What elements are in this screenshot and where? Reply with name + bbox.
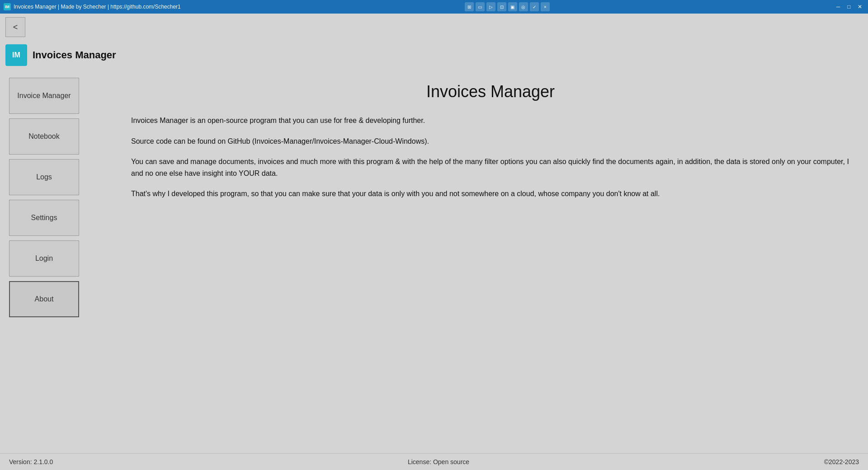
footer-license: License: Open source — [408, 458, 469, 465]
brand-area: IM Invoices Manager — [0, 41, 868, 73]
toolbar-icon-3[interactable]: ▷ — [486, 2, 495, 11]
main-layout: Invoice Manager Notebook Logs Settings L… — [0, 73, 868, 453]
toolbar-icon-8[interactable]: × — [541, 2, 550, 11]
toolbar-icon-6[interactable]: ◎ — [519, 2, 528, 11]
toolbar-icon-1[interactable]: ⊞ — [465, 2, 474, 11]
footer-copyright: ©2022-2023 — [824, 458, 859, 465]
sidebar-item-logs[interactable]: Logs — [9, 159, 79, 195]
back-button[interactable]: < — [5, 17, 25, 37]
paragraph-3: You can save and manage documents, invoi… — [131, 156, 850, 179]
toolbar-icon-5[interactable]: ▣ — [508, 2, 517, 11]
footer: Version: 2.1.0.0 License: Open source ©2… — [0, 453, 868, 470]
sidebar-item-invoice-manager[interactable]: Invoice Manager — [9, 78, 79, 114]
sidebar-item-notebook[interactable]: Notebook — [9, 118, 79, 155]
app-body: < IM Invoices Manager Invoice Manager No… — [0, 14, 868, 470]
close-button[interactable]: ✕ — [855, 2, 864, 11]
title-bar-app-icon: IM — [4, 3, 11, 10]
maximize-button[interactable]: □ — [844, 2, 854, 11]
page-title: Invoices Manager — [131, 82, 850, 101]
toolbar-icon-7[interactable]: ✓ — [530, 2, 539, 11]
paragraph-1: Invoices Manager is an open-source progr… — [131, 115, 850, 127]
sidebar-item-about[interactable]: About — [9, 281, 79, 317]
toolbar-icon-4[interactable]: ⊡ — [497, 2, 506, 11]
title-bar-left: IM Invoices Manager | Made by Schecher |… — [4, 3, 181, 10]
main-content: Invoices Manager Invoices Manager is an … — [104, 73, 868, 453]
paragraph-2: Source code can be found on GitHub (Invo… — [131, 136, 850, 147]
title-bar: IM Invoices Manager | Made by Schecher |… — [0, 0, 868, 14]
toolbar-icon-2[interactable]: ▭ — [476, 2, 485, 11]
content-body: Invoices Manager is an open-source progr… — [131, 115, 850, 200]
brand-logo: IM — [5, 44, 27, 66]
footer-version: Version: 2.1.0.0 — [9, 458, 53, 465]
title-bar-toolbar: ⊞ ▭ ▷ ⊡ ▣ ◎ ✓ × — [465, 2, 550, 11]
sidebar-item-login[interactable]: Login — [9, 240, 79, 277]
brand-name: Invoices Manager — [33, 49, 116, 61]
paragraph-4: That's why I developed this program, so … — [131, 188, 850, 200]
top-nav: < — [0, 14, 868, 41]
sidebar-item-settings[interactable]: Settings — [9, 200, 79, 236]
sidebar: Invoice Manager Notebook Logs Settings L… — [0, 73, 104, 453]
minimize-button[interactable]: ─ — [834, 2, 843, 11]
window-controls: ─ □ ✕ — [834, 2, 864, 11]
title-bar-title: Invoices Manager | Made by Schecher | ht… — [14, 4, 181, 10]
